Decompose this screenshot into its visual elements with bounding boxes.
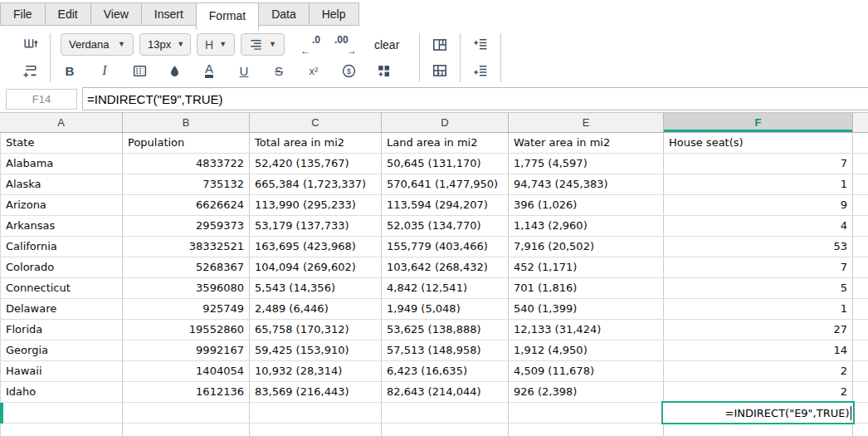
selected-cell-F14[interactable]: =INDIRECT("E9",TRUE) [661,401,855,424]
superscript-button[interactable]: x² [305,61,323,81]
cell-D7[interactable]: 103,642 (268,432) [382,257,509,277]
cell-E6[interactable]: 7,916 (20,502) [509,237,664,257]
cell-F5[interactable]: 4 [664,216,853,236]
column-header-F[interactable]: F [664,113,853,132]
cell-A11[interactable]: Georgia [0,340,123,360]
cell-F4[interactable]: 9 [664,195,853,215]
cell-C7[interactable]: 104,094 (269,602) [250,257,382,277]
cell-E1[interactable]: Water area in mi2 [509,133,664,153]
menu-tab-insert[interactable]: Insert [141,2,197,26]
cell-D3[interactable]: 570,641 (1,477,950) [382,174,509,194]
cell-A4[interactable]: Arizona [0,195,123,215]
cell-F2[interactable]: 7 [664,154,853,174]
currency-format-button[interactable]: $ [339,61,358,81]
insert-row-below-button[interactable] [471,61,490,81]
cell-D15[interactable] [382,424,509,436]
cell-C11[interactable]: 59,425 (153,910) [250,340,382,360]
cell-E4[interactable]: 396 (1,026) [509,195,664,215]
cell-B10[interactable]: 19552860 [123,320,250,340]
cell-B14[interactable] [123,403,250,423]
italic-button[interactable]: I [95,61,114,81]
menu-tab-view[interactable]: View [90,2,142,26]
cell-C15[interactable] [250,424,382,436]
cell-B7[interactable]: 5268367 [123,257,250,277]
cell-D1[interactable]: Land area in mi2 [382,133,509,153]
cell-D14[interactable] [382,403,509,423]
text-color-button[interactable]: A [200,61,218,81]
cell-C14[interactable] [250,403,382,423]
font-size-dropdown[interactable]: 13px ▼ [139,33,191,56]
cell-E11[interactable]: 1,912 (4,950) [509,340,664,360]
cell-C12[interactable]: 10,932 (28,314) [250,361,382,381]
cell-B13[interactable]: 1612136 [123,382,250,402]
cell-F6[interactable]: 53 [664,237,853,257]
cell-E9[interactable]: 540 (1,399) [509,299,664,319]
column-header-B[interactable]: B [123,113,250,132]
cell-B15[interactable] [123,424,250,436]
cell-E15[interactable] [509,424,664,436]
insert-row-above-button[interactable] [471,35,490,55]
cell-D12[interactable]: 6,423 (16,635) [382,361,509,381]
increase-decimal-button[interactable]: .00 → [333,35,358,55]
number-format-button[interactable] [374,61,393,81]
column-insert-icon[interactable] [21,35,39,55]
border-style-dropdown[interactable]: H ▼ [197,33,235,56]
cell-B5[interactable]: 2959373 [123,216,250,236]
cell-B6[interactable]: 38332521 [123,237,250,257]
cell-B2[interactable]: 4833722 [123,154,250,174]
menu-tab-format[interactable]: Format [196,2,259,30]
cell-D9[interactable]: 1,949 (5,048) [382,299,509,319]
cell-A12[interactable]: Hawaii [0,361,123,381]
cell-E3[interactable]: 94,743 (245,383) [509,174,664,194]
cell-E2[interactable]: 1,775 (4,597) [509,154,664,174]
cell-E7[interactable]: 452 (1,171) [509,257,664,277]
cell-C4[interactable]: 113,990 (295,233) [250,195,382,215]
column-header-A[interactable]: A [0,113,123,132]
formula-input[interactable] [82,87,868,110]
merge-cells-button[interactable] [431,35,449,55]
cell-E8[interactable]: 701 (1,816) [509,278,664,298]
cell-B1[interactable]: Population [123,133,250,153]
cell-D6[interactable]: 155,779 (403,466) [382,237,509,257]
column-header-E[interactable]: E [509,113,664,132]
cell-C13[interactable]: 83,569 (216,443) [250,382,382,402]
strikethrough-button[interactable]: S [270,61,288,81]
cell-A3[interactable]: Alaska [0,174,123,194]
cell-A15[interactable] [0,424,123,436]
cell-C3[interactable]: 665,384 (1,723,337) [250,174,382,194]
fill-color-button[interactable] [165,61,183,81]
cell-F8[interactable]: 5 [664,278,853,298]
cell-A9[interactable]: Delaware [0,299,123,319]
cell-D5[interactable]: 52,035 (134,770) [382,216,509,236]
cell-C9[interactable]: 2,489 (6,446) [250,299,382,319]
cell-B9[interactable]: 925749 [123,299,250,319]
cell-F3[interactable]: 1 [664,174,853,194]
underline-button[interactable]: U [235,61,253,81]
cell-A7[interactable]: Colorado [0,257,123,277]
cell-F11[interactable]: 14 [664,340,853,360]
cell-B11[interactable]: 9992167 [123,340,250,360]
cell-F15[interactable] [664,424,853,436]
menu-tab-data[interactable]: Data [258,2,310,26]
cell-E14[interactable] [509,403,664,423]
cell-A2[interactable]: Alabama [0,154,123,174]
cell-D2[interactable]: 50,645 (131,170) [382,154,509,174]
cell-C2[interactable]: 52,420 (135,767) [250,154,382,174]
cell-C5[interactable]: 53,179 (137,733) [250,216,382,236]
cell-D10[interactable]: 53,625 (138,888) [382,320,509,340]
cell-A14[interactable] [0,403,123,423]
row-insert-icon[interactable] [21,61,39,81]
menu-tab-help[interactable]: Help [309,2,359,26]
cell-A5[interactable]: Arkansas [0,216,123,236]
cell-F12[interactable]: 2 [664,361,853,381]
cell-B3[interactable]: 735132 [123,174,250,194]
menu-tab-file[interactable]: File [0,2,46,26]
cell-A13[interactable]: Idaho [0,382,123,402]
cell-C8[interactable]: 5,543 (14,356) [250,278,382,298]
cell-F1[interactable]: House seat(s) [664,133,853,153]
cell-A6[interactable]: California [0,237,123,257]
cell-D4[interactable]: 113,594 (294,207) [382,195,509,215]
cell-A8[interactable]: Connecticut [0,278,123,298]
cell-E12[interactable]: 4,509 (11,678) [509,361,664,381]
cell-B12[interactable]: 1404054 [123,361,250,381]
